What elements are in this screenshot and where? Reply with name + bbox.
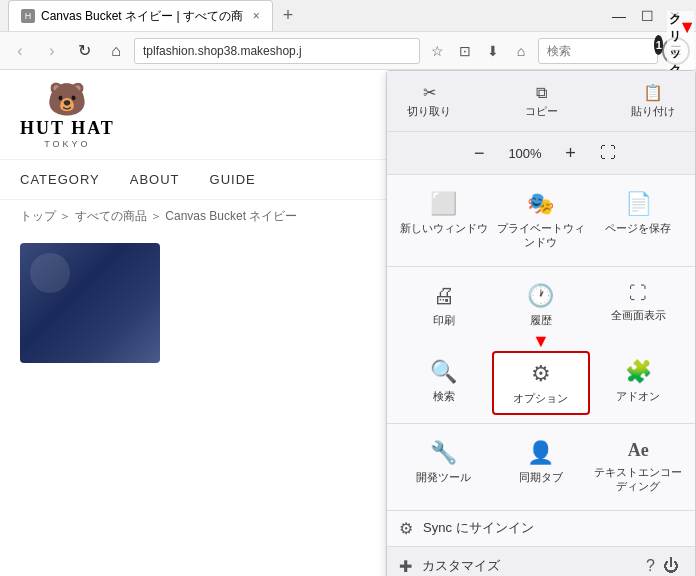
addons-icon: 🧩 — [625, 359, 652, 385]
devtools-label: 開発ツール — [416, 470, 471, 484]
history-label: 履歴 — [530, 313, 552, 327]
customize-label: カスタマイズ — [422, 557, 500, 575]
breadcrumb-text: トップ ＞ すべての商品 ＞ Canvas Bucket ネイビー — [20, 209, 297, 223]
paste-label: 貼り付け — [631, 104, 675, 119]
help-button[interactable]: ? — [642, 553, 659, 576]
sync-tabs-label: 同期タブ — [519, 470, 563, 484]
customize-icon: ✚ — [399, 557, 412, 576]
find-button[interactable]: 🔍 検索 — [395, 351, 492, 415]
sync-icon: ⚙ — [399, 519, 413, 538]
home-button[interactable]: ⌂ — [102, 37, 130, 65]
nav-icon-group: ☆ ⊡ ⬇ ⌂ — [424, 38, 534, 64]
nav-bar: ‹ › ↻ ⌂ ☆ ⊡ ⬇ ⌂ ☰ 1 クリック ▼ — [0, 32, 696, 70]
fullscreen-label: 全画面表示 — [611, 308, 666, 322]
menu-grid-row2: 🖨 印刷 🕐 履歴 ⛶ 全画面表示 — [387, 267, 695, 343]
refresh-button[interactable]: ↻ — [70, 37, 98, 65]
private-window-label: プライベートウィンドウ — [496, 221, 585, 250]
search-input[interactable] — [538, 38, 658, 64]
tab-bar: H Canvas Bucket ネイビー | すべての商 × + — [8, 0, 602, 31]
menu-grid-row3: 🔍 検索 ⚙ オプション ▼ 🧩 アドオン — [387, 343, 695, 424]
logo-sub: TOKYO — [44, 139, 90, 149]
private-window-icon: 🎭 — [527, 191, 554, 217]
text-encoding-label: テキストエンコーディング — [594, 465, 683, 494]
zoom-value: 100% — [508, 146, 541, 161]
menu-bottom-row: ✚ カスタマイズ ? ⏻ — [387, 546, 695, 576]
address-bar[interactable] — [134, 38, 420, 64]
save-page-button[interactable]: 📄 ページを保存 — [590, 183, 687, 258]
sync-tabs-button[interactable]: 👤 同期タブ — [492, 432, 589, 502]
title-bar: H Canvas Bucket ネイビー | すべての商 × + — ☐ ✕ — [0, 0, 696, 32]
menu-grid-row1: ⬜ 新しいウィンドウ 🎭 プライベートウィンドウ 📄 ページを保存 — [387, 175, 695, 267]
zoom-in-button[interactable]: + — [558, 140, 584, 166]
devtools-icon: 🔧 — [430, 440, 457, 466]
close-button[interactable]: ✕ — [662, 3, 688, 29]
site-logo: 🐻 HUT HAT TOKYO — [20, 80, 115, 149]
addons-label: アドオン — [616, 389, 660, 403]
print-label: 印刷 — [433, 313, 455, 327]
find-label: 検索 — [433, 389, 455, 403]
copy-icon: ⧉ — [536, 84, 547, 102]
fullscreen-icon: ⛶ — [629, 283, 647, 304]
nav-category[interactable]: CATEGORY — [20, 172, 100, 187]
paste-icon: 📋 — [643, 83, 663, 102]
paste-button[interactable]: 📋 貼り付け — [623, 79, 683, 123]
forward-button[interactable]: › — [38, 37, 66, 65]
page-inner: 🐻 HUT HAT TOKYO ログイン マイページ CATEGORY ABOU… — [0, 70, 696, 576]
reader-icon[interactable]: ⊡ — [452, 38, 478, 64]
quit-button[interactable]: ⏻ — [659, 553, 683, 576]
logo-text: HUT HAT — [20, 118, 115, 139]
download-icon[interactable]: ⬇ — [480, 38, 506, 64]
zoom-row: − 100% + ⛶ — [387, 132, 695, 175]
back-button[interactable]: ‹ — [6, 37, 34, 65]
product-image-area — [0, 233, 160, 373]
maximize-button[interactable]: ☐ — [634, 3, 660, 29]
sync-signin-label: Sync にサインイン — [423, 519, 534, 537]
cut-label: 切り取り — [407, 104, 451, 119]
customize-button[interactable]: ✚ カスタマイズ — [399, 553, 642, 576]
print-icon: 🖨 — [433, 283, 455, 309]
hamburger-menu-button[interactable]: ☰ — [662, 37, 690, 65]
new-window-button[interactable]: ⬜ 新しいウィンドウ — [395, 183, 492, 258]
zoom-out-button[interactable]: − — [466, 140, 492, 166]
options-label: オプション — [513, 391, 568, 405]
tab-close-button[interactable]: × — [253, 9, 260, 23]
new-tab-button[interactable]: + — [273, 5, 304, 26]
firefox-menu[interactable]: ✂ 切り取り ⧉ コピー 📋 貼り付け − 100% — [386, 70, 696, 576]
new-window-label: 新しいウィンドウ — [400, 221, 488, 235]
bookmark-icon[interactable]: ☆ — [424, 38, 450, 64]
browser-window: H Canvas Bucket ネイビー | すべての商 × + — ☐ ✕ ‹… — [0, 0, 696, 576]
product-image — [20, 243, 160, 363]
minimize-button[interactable]: — — [606, 3, 632, 29]
logo-bear-icon: 🐻 — [47, 80, 87, 118]
menu-top-actions: ✂ 切り取り ⧉ コピー 📋 貼り付け — [387, 71, 695, 132]
sync-signin-button[interactable]: ⚙ Sync にサインイン — [387, 511, 695, 546]
nav-about[interactable]: ABOUT — [130, 172, 180, 187]
sync-tabs-icon: 👤 — [527, 440, 554, 466]
devtools-button[interactable]: 🔧 開発ツール — [395, 432, 492, 502]
options-button[interactable]: ⚙ オプション ▼ — [492, 351, 589, 415]
active-tab[interactable]: H Canvas Bucket ネイビー | すべての商 × — [8, 0, 273, 31]
page-content: 🐻 HUT HAT TOKYO ログイン マイページ CATEGORY ABOU… — [0, 70, 696, 576]
copy-label: コピー — [525, 104, 558, 119]
tab-favicon: H — [21, 9, 35, 23]
save-page-label: ページを保存 — [605, 221, 671, 235]
fullscreen-button[interactable]: ⛶ — [600, 144, 616, 162]
text-encoding-icon: Ae — [628, 440, 649, 461]
window-controls: — ☐ ✕ — [606, 3, 688, 29]
save-page-icon: 📄 — [625, 191, 652, 217]
synced-tabs-icon[interactable]: ⌂ — [508, 38, 534, 64]
product-image-highlight — [30, 253, 70, 293]
print-button[interactable]: 🖨 印刷 — [395, 275, 492, 335]
private-window-button[interactable]: 🎭 プライベートウィンドウ — [492, 183, 589, 258]
fullscreen-button-2[interactable]: ⛶ 全画面表示 — [590, 275, 687, 335]
copy-button[interactable]: ⧉ コピー — [517, 80, 566, 123]
nav-guide[interactable]: GUIDE — [210, 172, 256, 187]
history-button[interactable]: 🕐 履歴 — [492, 275, 589, 335]
addons-button[interactable]: 🧩 アドオン — [590, 351, 687, 415]
history-icon: 🕐 — [527, 283, 554, 309]
options-icon: ⚙ — [531, 361, 551, 387]
tab-title: Canvas Bucket ネイビー | すべての商 — [41, 8, 243, 25]
text-encoding-button[interactable]: Ae テキストエンコーディング — [590, 432, 687, 502]
new-window-icon: ⬜ — [430, 191, 457, 217]
cut-button[interactable]: ✂ 切り取り — [399, 79, 459, 123]
